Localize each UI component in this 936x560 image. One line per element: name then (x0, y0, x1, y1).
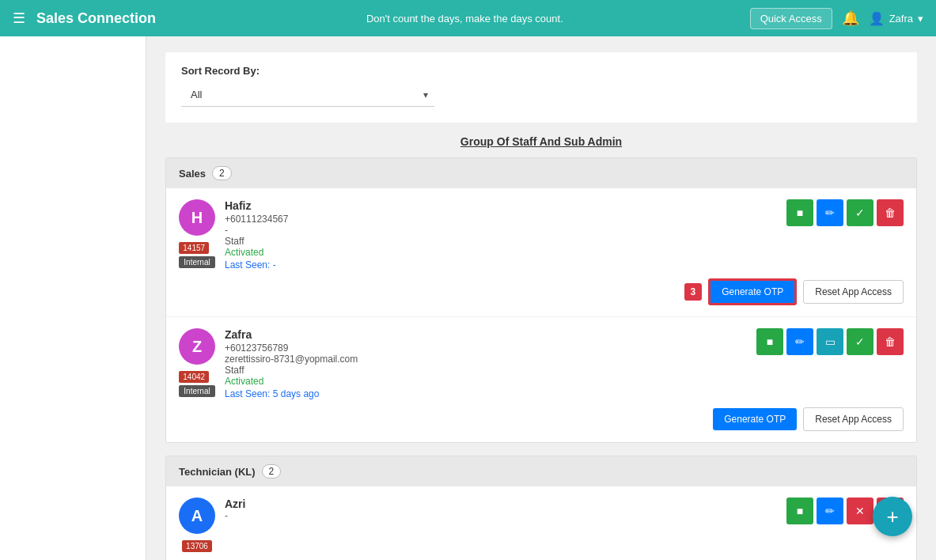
staff-badges-azri: 13706 (182, 540, 212, 552)
quick-access-button[interactable]: Quick Access (750, 8, 832, 29)
main-content: Sort Record By: All Sales Technician (KL… (146, 36, 936, 560)
staff-lastseen-zafra: Last Seen: 5 days ago (225, 388, 747, 399)
sort-select-wrap: All Sales Technician (KL) ▾ (181, 83, 434, 107)
staff-left-zafra: Z 14042 Internal (179, 328, 215, 397)
edit-btn-azri[interactable]: ✏ (817, 498, 843, 524)
staff-phone-azri: - (225, 510, 777, 521)
office-btn-azri[interactable]: ■ (786, 498, 813, 524)
staff-email-zafra: zerettissiro-8731@yopmail.com (225, 354, 747, 365)
staff-row-zafra: Z 14042 Internal Zafra +60123756789 zere… (179, 328, 904, 399)
menu-icon[interactable]: ☰ (13, 9, 25, 27)
avatar-hafiz: H (179, 199, 215, 236)
id-badge-hafiz: 14157 (179, 242, 209, 254)
internal-badge-hafiz: Internal (179, 256, 214, 268)
fab-add-button[interactable]: + (873, 497, 912, 536)
office-btn-zafra[interactable]: ■ (756, 328, 783, 355)
sort-label: Sort Record By: (181, 65, 901, 77)
office-btn-hafiz[interactable]: ■ (786, 199, 813, 226)
group-count-technician-kl: 2 (262, 464, 282, 479)
sort-select[interactable]: All Sales Technician (KL) (181, 83, 434, 107)
chevron-down-icon: ▾ (918, 13, 923, 25)
edit-btn-hafiz[interactable]: ✏ (817, 199, 843, 226)
main-layout: Sort Record By: All Sales Technician (KL… (0, 36, 936, 560)
sort-section: Sort Record By: All Sales Technician (KL… (165, 52, 917, 123)
staff-phone-hafiz: +60111234567 (225, 214, 777, 225)
check-btn-hafiz[interactable]: ✓ (847, 199, 873, 226)
header-right: Quick Access 🔔 👤 Zafra ▾ (750, 8, 923, 29)
group-header-sales: Sales 2 (166, 158, 916, 188)
group-technician-kl: Technician (KL) 2 A 13706 Azri - (165, 456, 917, 560)
group-header-technician-kl: Technician (KL) 2 (166, 456, 916, 486)
staff-actions-hafiz: ■ ✏ ✓ 🗑 (786, 199, 904, 226)
staff-name-azri: Azri (225, 498, 777, 510)
reset-access-btn-hafiz[interactable]: Reset App Access (803, 280, 904, 304)
staff-info-azri: Azri - (225, 498, 777, 521)
staff-left-azri: A 13706 (179, 498, 215, 552)
staff-info-zafra: Zafra +60123756789 zerettissiro-8731@yop… (225, 328, 747, 399)
header-tagline: Don't count the days, make the days coun… (180, 13, 750, 25)
staff-item-zafra: Z 14042 Internal Zafra +60123756789 zere… (166, 317, 916, 442)
staff-actions-zafra: ■ ✏ ▭ ✓ 🗑 (756, 328, 904, 355)
bell-icon[interactable]: 🔔 (842, 9, 859, 27)
sidebar (0, 36, 146, 560)
otp-row-hafiz: 3 Generate OTP Reset App Access (179, 278, 904, 305)
staff-row-azri: A 13706 Azri - ■ ✏ ✕ 🗑 (179, 498, 904, 552)
staff-item-azri: A 13706 Azri - ■ ✏ ✕ 🗑 (166, 486, 916, 560)
staff-name-zafra: Zafra (225, 328, 747, 341)
group-sales: Sales 2 H 14157 Internal Hafiz +601112 (165, 157, 917, 443)
delete-btn-hafiz[interactable]: 🗑 (877, 199, 904, 226)
group-name-sales: Sales (179, 168, 206, 180)
group-name-technician-kl: Technician (KL) (179, 466, 256, 478)
staff-row-hafiz: H 14157 Internal Hafiz +60111234567 - St… (179, 199, 904, 271)
staff-name-hafiz: Hafiz (225, 199, 777, 212)
staff-role-hafiz: Staff (225, 236, 777, 247)
staff-email-hafiz: - (225, 225, 777, 236)
reset-access-btn-zafra[interactable]: Reset App Access (803, 407, 904, 431)
user-menu[interactable]: 👤 Zafra ▾ (869, 11, 923, 26)
id-badge-azri: 13706 (182, 540, 212, 552)
brand-name: Sales Connection (36, 10, 156, 27)
id-badge-zafra: 14042 (179, 371, 209, 383)
staff-status-hafiz: Activated (225, 247, 777, 258)
generate-otp-btn-zafra[interactable]: Generate OTP (713, 408, 797, 430)
otp-number-hafiz: 3 (684, 283, 703, 301)
x-btn-azri[interactable]: ✕ (847, 498, 873, 524)
staff-phone-zafra: +60123756789 (225, 342, 747, 354)
edit-btn-zafra[interactable]: ✏ (786, 328, 813, 355)
staff-info-hafiz: Hafiz +60111234567 - Staff Activated Las… (225, 199, 777, 271)
avatar-zafra: Z (179, 328, 215, 365)
generate-otp-btn-hafiz[interactable]: Generate OTP (708, 278, 797, 305)
app-header: ☰ Sales Connection Don't count the days,… (0, 0, 936, 36)
staff-status-zafra: Activated (225, 376, 747, 387)
delete-btn-zafra[interactable]: 🗑 (877, 328, 904, 355)
staff-role-zafra: Staff (225, 365, 747, 376)
group-title: Group Of Staff And Sub Admin (165, 135, 917, 148)
staff-badges-zafra: 14042 Internal (179, 371, 214, 397)
staff-left-hafiz: H 14157 Internal (179, 199, 215, 268)
group-count-sales: 2 (212, 166, 232, 180)
username: Zafra (889, 13, 913, 25)
otp-row-zafra: Generate OTP Reset App Access (179, 407, 904, 431)
staff-item-hafiz: H 14157 Internal Hafiz +60111234567 - St… (166, 188, 916, 317)
square-btn-zafra[interactable]: ▭ (817, 328, 843, 355)
user-icon: 👤 (869, 11, 885, 26)
check-btn-zafra[interactable]: ✓ (847, 328, 873, 355)
internal-badge-zafra: Internal (179, 385, 214, 397)
staff-badges-hafiz: 14157 Internal (179, 242, 214, 268)
avatar-azri: A (179, 498, 215, 534)
staff-lastseen-hafiz: Last Seen: - (225, 259, 777, 271)
